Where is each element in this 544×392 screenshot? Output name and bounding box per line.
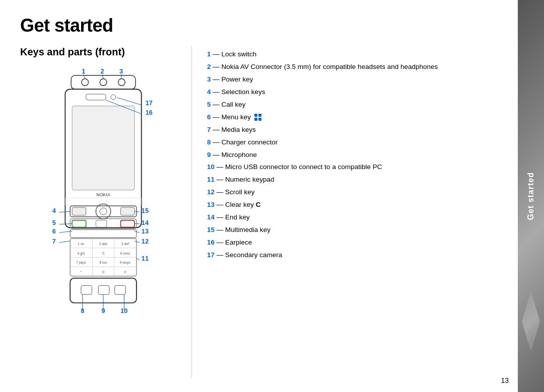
svg-line-43 xyxy=(59,241,71,243)
svg-point-1 xyxy=(82,79,89,86)
svg-point-3 xyxy=(118,79,125,86)
list-item: 15 — Multimedia key xyxy=(207,224,498,236)
svg-text:13: 13 xyxy=(142,227,149,235)
svg-text:15: 15 xyxy=(142,207,149,214)
sidebar-decoration xyxy=(522,291,540,352)
svg-text:6: 6 xyxy=(52,227,56,235)
svg-text:4 ghi: 4 ghi xyxy=(77,252,85,256)
key-number-7: 7 xyxy=(207,126,211,133)
svg-rect-24 xyxy=(120,207,134,215)
right-column: 1 — Lock switch 2 — Nokia AV Connector (… xyxy=(191,46,498,378)
phone-svg: 1 2 3 xyxy=(30,65,181,357)
svg-rect-11 xyxy=(86,94,106,100)
main-content: Get started Keys and parts (front) xyxy=(0,0,518,392)
list-item: 7 — Media keys xyxy=(207,124,498,136)
svg-text:3: 3 xyxy=(119,67,123,75)
list-item: 17 — Secondary camera xyxy=(207,250,498,261)
svg-text:*: * xyxy=(81,270,82,274)
list-item: 9 — Microphone xyxy=(207,149,498,161)
list-item: 4 — Selection keys xyxy=(207,87,498,98)
svg-text:NOKIA: NOKIA xyxy=(96,193,110,198)
key-number-14: 14 xyxy=(207,213,215,221)
svg-text:2: 2 xyxy=(101,67,104,75)
key-number-12: 12 xyxy=(207,188,215,196)
key-number-10: 10 xyxy=(207,163,215,171)
svg-point-23 xyxy=(100,208,107,215)
svg-rect-41 xyxy=(70,229,137,238)
svg-line-26 xyxy=(59,211,71,212)
svg-text:#: # xyxy=(124,270,126,274)
svg-text:3 def: 3 def xyxy=(121,242,129,246)
svg-text:5: 5 xyxy=(52,219,56,226)
list-item: 16 — Earpiece xyxy=(207,237,498,249)
list-item: 11 — Numeric keypad xyxy=(207,174,498,186)
key-number-3: 3 xyxy=(207,75,211,83)
key-number-2: 2 xyxy=(207,63,211,70)
key-number-5: 5 xyxy=(207,101,211,108)
section-title: Keys and parts (front) xyxy=(20,46,191,58)
menu-key-icon xyxy=(254,113,262,121)
svg-rect-32 xyxy=(120,220,134,227)
clear-key-letter: C xyxy=(256,201,261,208)
svg-text:4: 4 xyxy=(52,207,56,214)
svg-text:16: 16 xyxy=(146,109,153,116)
svg-line-28 xyxy=(134,211,140,212)
svg-text:8 tuv: 8 tuv xyxy=(100,261,107,264)
svg-text:1: 1 xyxy=(82,67,85,75)
list-item: 5 — Call key xyxy=(207,99,498,111)
list-item: 2 — Nokia AV Connector (3.5 mm) for comp… xyxy=(207,61,498,73)
svg-text:2 abc: 2 abc xyxy=(99,242,108,246)
key-number-16: 16 xyxy=(207,239,215,246)
svg-line-65 xyxy=(137,258,140,260)
svg-text:12: 12 xyxy=(142,238,149,245)
svg-rect-79 xyxy=(258,118,261,121)
svg-rect-67 xyxy=(81,285,92,294)
two-col-layout: Keys and parts (front) 1 2 3 xyxy=(20,46,498,378)
svg-line-45 xyxy=(134,241,140,243)
key-number-17: 17 xyxy=(207,251,215,259)
list-item: 14 — End key xyxy=(207,212,498,223)
left-column: Keys and parts (front) 1 2 3 xyxy=(20,46,191,378)
svg-rect-13 xyxy=(72,106,134,190)
key-number-8: 8 xyxy=(207,138,211,146)
list-item: 6 — Menu key xyxy=(207,112,498,123)
sidebar-tab: Get started xyxy=(518,0,544,392)
svg-rect-0 xyxy=(71,75,135,90)
list-item: 3 — Power key xyxy=(207,74,498,86)
key-number-1: 1 xyxy=(207,50,211,58)
svg-line-40 xyxy=(134,231,140,232)
svg-text:7 pqrs: 7 pqrs xyxy=(76,261,86,265)
key-list: 1 — Lock switch 2 — Nokia AV Connector (… xyxy=(207,49,498,261)
list-item: 13 — Clear key C xyxy=(207,199,498,211)
svg-text:0: 0 xyxy=(102,270,104,274)
page-title: Get started xyxy=(20,15,498,36)
list-item: 8 — Charger connector xyxy=(207,137,498,148)
list-item: 12 — Scroll key xyxy=(207,187,498,198)
svg-rect-68 xyxy=(98,285,109,294)
svg-text:17: 17 xyxy=(146,99,153,107)
svg-rect-78 xyxy=(254,118,257,121)
page-container: Get started Get started Keys and parts (… xyxy=(0,0,544,392)
key-number-11: 11 xyxy=(207,176,215,183)
svg-text:6 mno: 6 mno xyxy=(120,252,130,255)
list-item: 1 — Lock switch xyxy=(207,49,498,60)
phone-diagram: 1 2 3 xyxy=(30,65,181,357)
svg-text:9 wxyz: 9 wxyz xyxy=(120,261,131,265)
key-number-4: 4 xyxy=(207,88,211,96)
svg-text:5: 5 xyxy=(102,252,104,255)
svg-rect-77 xyxy=(258,114,261,117)
svg-text:7: 7 xyxy=(52,238,56,245)
list-item: 10 — Micro USB connector to connect to a… xyxy=(207,162,498,173)
sidebar-label: Get started xyxy=(526,172,535,220)
svg-point-12 xyxy=(111,95,116,100)
svg-point-2 xyxy=(100,79,107,86)
key-number-15: 15 xyxy=(207,226,215,233)
svg-rect-76 xyxy=(254,114,257,117)
svg-rect-21 xyxy=(72,207,86,215)
page-number: 13 xyxy=(501,376,509,384)
key-number-13: 13 xyxy=(207,201,215,208)
svg-rect-69 xyxy=(115,285,126,294)
svg-text:1 oıı: 1 oıı xyxy=(78,242,84,246)
svg-text:14: 14 xyxy=(142,219,149,226)
svg-line-16 xyxy=(117,98,142,105)
